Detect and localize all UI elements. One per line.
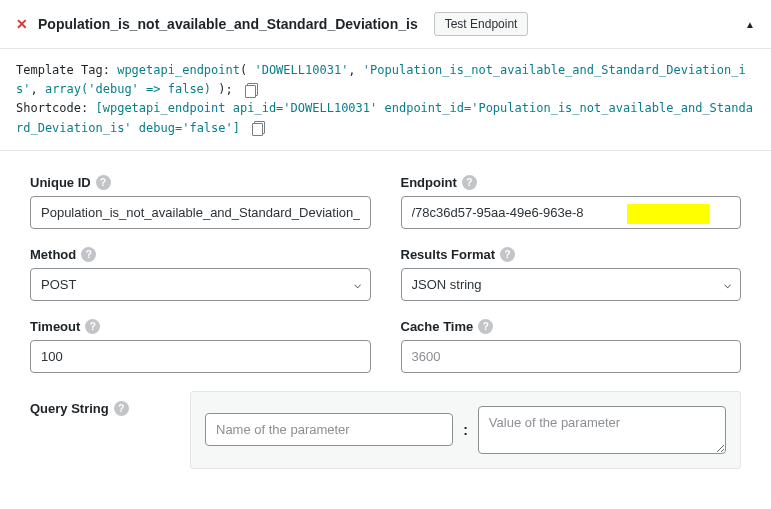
cache-time-input[interactable]: [401, 340, 742, 373]
query-string-label: Query String ?: [30, 401, 170, 416]
endpoint-label: Endpoint ?: [401, 175, 742, 190]
shortcode-line: Shortcode: [wpgetapi_endpoint api_id='DO…: [16, 99, 755, 137]
test-endpoint-button[interactable]: Test Endpoint: [434, 12, 529, 36]
results-format-label: Results Format ?: [401, 247, 742, 262]
timeout-input[interactable]: [30, 340, 371, 373]
help-icon[interactable]: ?: [85, 319, 100, 334]
help-icon[interactable]: ?: [114, 401, 129, 416]
method-select[interactable]: POST: [30, 268, 371, 301]
endpoint-form: Unique ID ? Endpoint ? Method ? P: [0, 151, 771, 493]
copy-icon[interactable]: [251, 121, 265, 135]
help-icon[interactable]: ?: [462, 175, 477, 190]
method-label: Method ?: [30, 247, 371, 262]
help-icon[interactable]: ?: [500, 247, 515, 262]
copy-icon[interactable]: [244, 83, 258, 97]
param-name-input[interactable]: [205, 413, 453, 446]
template-tag-label: Template Tag:: [16, 63, 117, 77]
colon-separator: :: [463, 422, 468, 438]
help-icon[interactable]: ?: [81, 247, 96, 262]
cache-time-label: Cache Time ?: [401, 319, 742, 334]
shortcode-label: Shortcode:: [16, 101, 95, 115]
query-string-box: :: [190, 391, 741, 469]
code-fn-name: wpgetapi_endpoint: [117, 63, 240, 77]
code-snippets: Template Tag: wpgetapi_endpoint( 'DOWELL…: [0, 49, 771, 151]
help-icon[interactable]: ?: [96, 175, 111, 190]
panel-title: Population_is_not_available_and_Standard…: [38, 16, 418, 32]
template-tag-line: Template Tag: wpgetapi_endpoint( 'DOWELL…: [16, 61, 755, 99]
collapse-icon[interactable]: ▲: [745, 19, 755, 30]
timeout-label: Timeout ?: [30, 319, 371, 334]
redaction-mask: [627, 204, 709, 224]
unique-id-input[interactable]: [30, 196, 371, 229]
results-format-select[interactable]: JSON string: [401, 268, 742, 301]
panel-header: ✕ Population_is_not_available_and_Standa…: [0, 0, 771, 49]
unique-id-label: Unique ID ?: [30, 175, 371, 190]
close-icon[interactable]: ✕: [16, 17, 28, 31]
help-icon[interactable]: ?: [478, 319, 493, 334]
param-value-input[interactable]: [478, 406, 726, 454]
